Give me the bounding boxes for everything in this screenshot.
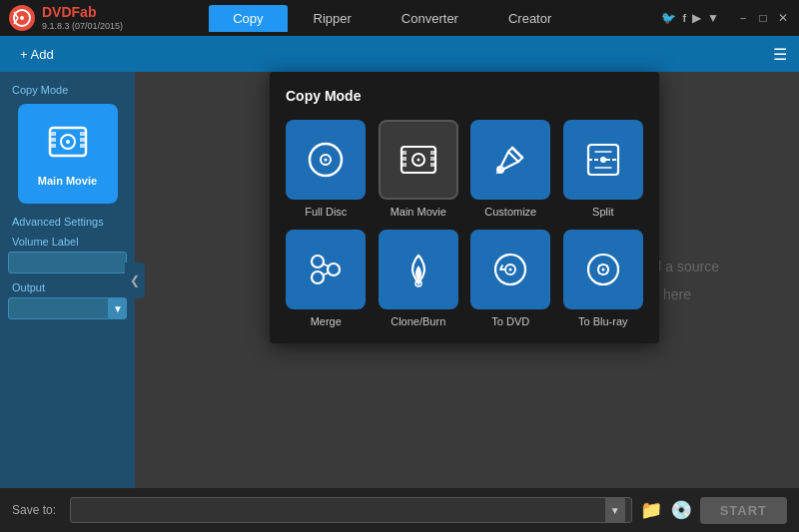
svg-rect-21: [430, 163, 435, 167]
mode-main-movie[interactable]: Main Movie: [379, 120, 459, 218]
clone-burn-icon: [399, 250, 438, 289]
svg-point-40: [601, 268, 604, 271]
output-select-box[interactable]: [8, 297, 109, 319]
svg-point-30: [312, 271, 324, 283]
customize-card[interactable]: [470, 120, 550, 200]
title-bar-controls: 🐦 f ▶ ▼ － □ ✕: [661, 11, 791, 25]
to-bluray-icon: [583, 250, 623, 289]
facebook-icon[interactable]: f: [682, 12, 686, 24]
maximize-button[interactable]: □: [755, 11, 771, 25]
svg-rect-8: [80, 138, 86, 142]
svg-rect-20: [430, 157, 435, 161]
volume-input[interactable]: [8, 252, 127, 273]
mode-to-dvd[interactable]: To DVD: [470, 230, 551, 327]
customize-icon: [490, 140, 530, 180]
svg-point-23: [416, 159, 419, 162]
twitter-icon[interactable]: 🐦: [661, 11, 676, 25]
mode-merge[interactable]: Merge: [286, 230, 367, 327]
main-movie-icon: [48, 122, 88, 171]
svg-point-2: [20, 16, 24, 20]
svg-point-31: [328, 264, 340, 275]
main-area: Copy Mode Main Movie Advanced Settings V…: [0, 72, 799, 488]
youtube-icon[interactable]: ▶: [692, 11, 701, 25]
mode-grid: Full Disc: [286, 120, 643, 327]
mode-customize[interactable]: Customize: [470, 120, 551, 218]
main-movie-card[interactable]: [379, 120, 458, 200]
output-select-arrow[interactable]: ▼: [109, 297, 127, 319]
svg-rect-6: [50, 144, 56, 148]
full-disc-card[interactable]: [286, 120, 366, 200]
save-to-input[interactable]: ▼: [70, 497, 632, 523]
disc-icon[interactable]: 💿: [670, 499, 692, 521]
svg-rect-4: [50, 132, 56, 136]
bottom-icons: 📁 💿: [640, 499, 692, 521]
sidebar-toggle[interactable]: ❮: [125, 263, 145, 298]
svg-rect-16: [401, 151, 406, 155]
social-icons: 🐦 f ▶ ▼: [661, 11, 719, 25]
toolbar: + Add ☰: [0, 36, 799, 72]
svg-rect-5: [50, 138, 56, 142]
clone-burn-label: Clone/Burn: [391, 315, 445, 327]
close-button[interactable]: ✕: [775, 11, 791, 25]
dropdown-icon[interactable]: ▼: [707, 11, 719, 25]
customize-label: Customize: [484, 206, 536, 218]
svg-point-37: [509, 268, 512, 271]
merge-icon: [306, 250, 346, 289]
save-to-label: Save to:: [12, 503, 62, 517]
split-label: Split: [592, 206, 613, 218]
popup-title: Copy Mode: [286, 88, 643, 104]
film-icon: [48, 122, 88, 162]
tab-creator[interactable]: Creator: [484, 5, 575, 32]
svg-point-14: [325, 159, 328, 162]
svg-rect-7: [80, 132, 86, 136]
copy-mode-card[interactable]: Main Movie: [18, 104, 118, 204]
title-bar: DVDFab 9.1.8.3 (07/01/2015) Copy Ripper …: [0, 0, 799, 36]
copy-mode-card-label: Main Movie: [38, 175, 97, 187]
to-bluray-card[interactable]: [563, 230, 643, 309]
mode-full-disc[interactable]: Full Disc: [286, 120, 367, 218]
advanced-settings-link[interactable]: Advanced Settings: [8, 216, 104, 228]
mode-split[interactable]: Split: [563, 120, 644, 218]
mode-to-bluray[interactable]: To Blu-ray: [563, 230, 644, 327]
to-dvd-card[interactable]: [470, 230, 550, 309]
output-select[interactable]: ▼: [8, 297, 127, 319]
minimize-button[interactable]: －: [735, 11, 751, 25]
svg-point-11: [66, 140, 70, 144]
main-tabs: Copy Ripper Converter Creator: [123, 5, 661, 32]
output-label: Output: [8, 281, 45, 293]
content-area: Copy Mode Full Disc: [135, 72, 799, 488]
svg-rect-19: [430, 151, 435, 155]
tab-ripper[interactable]: Ripper: [290, 5, 376, 32]
add-button[interactable]: + Add: [12, 43, 62, 66]
volume-label: Volume Label: [8, 236, 79, 248]
split-card[interactable]: [563, 120, 643, 200]
tab-converter[interactable]: Converter: [378, 5, 482, 32]
svg-rect-18: [401, 163, 406, 167]
clone-burn-card[interactable]: [379, 230, 458, 309]
svg-rect-17: [401, 157, 406, 161]
merge-label: Merge: [311, 315, 342, 327]
copy-mode-label: Copy Mode: [8, 84, 68, 96]
main-movie-icon: [399, 140, 438, 180]
tab-copy[interactable]: Copy: [209, 5, 287, 32]
full-disc-icon: [306, 140, 346, 180]
mode-clone-burn[interactable]: Clone/Burn: [379, 230, 459, 327]
menu-icon[interactable]: ☰: [773, 45, 787, 64]
to-bluray-label: To Blu-ray: [578, 315, 628, 327]
svg-rect-9: [80, 144, 86, 148]
merge-card[interactable]: [286, 230, 366, 309]
split-icon: [583, 140, 623, 180]
bottom-bar: Save to: ▼ 📁 💿 START: [0, 488, 799, 532]
to-dvd-label: To DVD: [491, 315, 529, 327]
dvdfab-logo-icon: [8, 4, 36, 32]
window-controls: － □ ✕: [735, 11, 791, 25]
start-button[interactable]: START: [700, 497, 787, 524]
app-logo: DVDFab 9.1.8.3 (07/01/2015): [8, 3, 123, 33]
app-name-text: DVDFab 9.1.8.3 (07/01/2015): [42, 3, 123, 33]
to-dvd-icon: [490, 250, 530, 289]
full-disc-label: Full Disc: [305, 206, 347, 218]
save-to-dropdown-arrow[interactable]: ▼: [605, 497, 625, 523]
folder-icon[interactable]: 📁: [640, 499, 662, 521]
sidebar: Copy Mode Main Movie Advanced Settings V…: [0, 72, 135, 488]
svg-point-28: [600, 157, 606, 163]
